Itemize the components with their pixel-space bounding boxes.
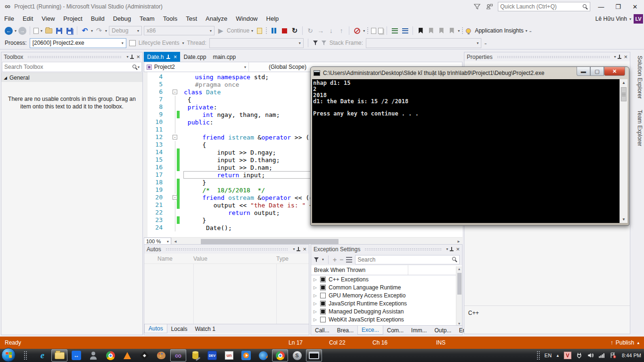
chrome-icon-2[interactable]	[272, 349, 288, 362]
exceptions-menu-icon[interactable]: ▾	[446, 247, 448, 251]
solution-platforms-combo[interactable]: x86▾	[144, 26, 215, 35]
checkbox-unchecked[interactable]	[320, 293, 326, 298]
file-explorer-icon[interactable]	[51, 349, 67, 362]
exceptions-column-header[interactable]: Break When Thrown	[311, 265, 462, 275]
exception-row[interactable]: ▷C++ Exceptions	[311, 275, 462, 283]
vertical-tab-team-explorer[interactable]: Team Explorer	[632, 108, 644, 148]
teamviewer-icon[interactable]: ↔	[68, 349, 84, 362]
filter-icon[interactable]	[314, 257, 319, 263]
pin-icon[interactable]	[166, 55, 171, 59]
menu-window[interactable]: Window	[231, 13, 262, 25]
scrollbar-thumb[interactable]	[457, 273, 462, 295]
search-icon[interactable]	[452, 257, 457, 262]
exception-row[interactable]: ▷WebKit JavaScript Exceptions	[311, 315, 462, 323]
expander-icon[interactable]: ▷	[314, 301, 317, 306]
language-indicator[interactable]: EN	[545, 353, 552, 358]
expander-icon[interactable]: ▷	[314, 277, 317, 282]
toggle-bookmark-button[interactable]	[416, 26, 425, 35]
breakpoints-dropdown[interactable]: ▾	[363, 29, 365, 33]
close-button[interactable]: ✕	[629, 1, 641, 12]
visual-studio-icon[interactable]: ∞	[170, 349, 186, 362]
menu-file[interactable]: File	[0, 13, 18, 25]
tab-exce[interactable]: Exce...	[357, 326, 383, 335]
open-file-button[interactable]	[44, 26, 53, 35]
breakpoints-window-button[interactable]	[353, 26, 361, 35]
continue-dropdown[interactable]: ▾	[251, 29, 253, 33]
autos-menu-icon[interactable]: ▾	[293, 247, 295, 251]
tab-watch-1[interactable]: Watch 1	[191, 324, 219, 333]
minimize-button[interactable]: —	[595, 1, 607, 12]
user-account-area[interactable]: Lê Hữu Vinh ▾ LV	[595, 13, 643, 25]
toolbox-title-bar[interactable]: Toolbox ▾ ×	[1, 52, 142, 61]
toolbox-search[interactable]: ▾	[2, 62, 142, 72]
expander-icon[interactable]: ▷	[314, 285, 317, 290]
exception-row[interactable]: ▷Managed Debugging Assistan	[311, 307, 462, 315]
show-next-statement-button[interactable]	[255, 26, 264, 35]
navigate-back-dropdown[interactable]: ▾	[15, 29, 17, 33]
pin-icon[interactable]	[618, 55, 622, 59]
console-title-bar[interactable]: C:\Users\Administrator\Desktop\Slide kĩ …	[311, 67, 629, 79]
dev-cpp-icon[interactable]: DEV	[204, 349, 220, 362]
scrollbar-thumb[interactable]	[201, 239, 339, 244]
restore-defaults-icon[interactable]	[346, 257, 352, 263]
vertical-tab-solution-explorer[interactable]: Solution Explorer	[632, 54, 644, 100]
checkbox-unchecked[interactable]	[320, 317, 326, 322]
start-button[interactable]	[0, 349, 17, 362]
new-file-dropdown[interactable]: ▾	[41, 29, 42, 33]
bookmark-overflow-dropdown[interactable]: ▾	[458, 29, 460, 33]
exceptions-search-input[interactable]	[357, 256, 452, 263]
menu-debug[interactable]: Debug	[109, 13, 135, 25]
tab-imm[interactable]: Imm...	[407, 326, 430, 335]
close-icon[interactable]: ×	[456, 246, 460, 253]
autos-column-value[interactable]: Value	[193, 255, 276, 262]
restart-button[interactable]: ↻	[290, 26, 299, 35]
console-content[interactable]: nhap d1: 1522018d1: the Date is: 15 /2 /…	[312, 79, 627, 223]
scroll-down-icon[interactable]: ▼	[456, 322, 462, 325]
chrome-icon[interactable]	[102, 349, 118, 362]
tab-locals[interactable]: Locals	[167, 324, 191, 333]
expander-icon[interactable]: ▷	[314, 293, 317, 298]
collapse-region-icon[interactable]: -	[173, 195, 177, 200]
refresh-button[interactable]: ↻	[306, 26, 314, 35]
menu-team[interactable]: Team	[135, 13, 159, 25]
application-insights-button[interactable]: Application Insights	[475, 27, 523, 34]
filter-threads-icon[interactable]	[313, 40, 318, 46]
pin-icon[interactable]	[130, 55, 134, 59]
expander-icon[interactable]: ▷	[314, 309, 317, 314]
menu-build[interactable]: Build	[87, 13, 109, 25]
chevron-down-icon[interactable]: ▾	[629, 17, 631, 21]
tab-com[interactable]: Com...	[383, 326, 407, 335]
reset-filter-icon[interactable]	[321, 40, 327, 46]
properties-title-bar[interactable]: Properties ▾ ×	[464, 52, 630, 61]
graphics-tool-icon[interactable]	[153, 349, 169, 362]
lifecycle-events-button[interactable]: Lifecycle Events	[139, 40, 180, 46]
properties-menu-icon[interactable]: ▾	[614, 55, 616, 59]
close-icon[interactable]: ×	[136, 53, 140, 60]
save-button[interactable]	[55, 26, 63, 35]
continue-button[interactable]: ▶	[216, 26, 225, 35]
exception-row[interactable]: ▷Common Language Runtime	[311, 283, 462, 291]
exception-row[interactable]: ▷GPU Memory Access Exceptio	[311, 291, 462, 299]
copy-window-button[interactable]	[378, 28, 383, 34]
pin-icon[interactable]	[450, 247, 454, 252]
console-window[interactable]: C:\Users\Administrator\Desktop\Slide kĩ …	[310, 66, 629, 226]
lifecycle-dropdown[interactable]: ▾	[182, 41, 184, 45]
console-close-button[interactable]: ✕	[604, 67, 625, 76]
toolbox-search-input[interactable]	[4, 64, 132, 70]
project-dropdown[interactable]: Project2 ▾	[144, 62, 249, 72]
console-maximize-button[interactable]: ▢	[590, 67, 604, 76]
toolbar-overflow[interactable]: ₌	[529, 28, 532, 33]
processbar-overflow[interactable]: ₌	[484, 41, 487, 46]
undo-dropdown[interactable]: ▾	[91, 29, 93, 33]
clear-bookmarks-button[interactable]	[447, 26, 456, 35]
toolbox-group-general[interactable]: ◢ General	[1, 73, 142, 82]
step-over-button[interactable]: →	[316, 26, 325, 35]
redo-dropdown[interactable]: ▾	[105, 29, 107, 33]
solution-configurations-combo[interactable]: Debug▾	[109, 26, 142, 35]
menu-project[interactable]: Project	[59, 13, 86, 25]
uncomment-button[interactable]	[401, 26, 409, 35]
menu-edit[interactable]: Edit	[18, 13, 37, 25]
previous-bookmark-button[interactable]	[427, 26, 435, 35]
remote-assistance-icon[interactable]	[85, 349, 101, 362]
exceptions-title-bar[interactable]: Exception Settings ▾ ×	[311, 245, 462, 254]
